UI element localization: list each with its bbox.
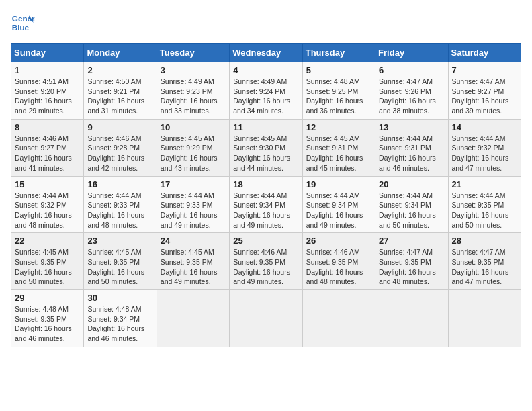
day-info: Sunrise: 4:45 AM Sunset: 9:31 PM Dayligh… bbox=[306, 134, 371, 173]
day-number: 26 bbox=[306, 236, 371, 246]
calendar-cell: 16 Sunrise: 4:44 AM Sunset: 9:33 PM Dayl… bbox=[84, 176, 157, 233]
calendar-header-row: SundayMondayTuesdayWednesdayThursdayFrid… bbox=[11, 44, 521, 62]
calendar-table: SundayMondayTuesdayWednesdayThursdayFrid… bbox=[11, 43, 521, 347]
calendar-cell: 10 Sunrise: 4:45 AM Sunset: 9:29 PM Dayl… bbox=[157, 119, 229, 176]
day-info: Sunrise: 4:47 AM Sunset: 9:27 PM Dayligh… bbox=[452, 77, 517, 116]
day-info: Sunrise: 4:47 AM Sunset: 9:35 PM Dayligh… bbox=[452, 247, 517, 287]
day-number: 3 bbox=[161, 65, 226, 75]
day-number: 8 bbox=[15, 122, 80, 132]
day-info: Sunrise: 4:47 AM Sunset: 9:26 PM Dayligh… bbox=[379, 77, 444, 116]
weekday-header: Tuesday bbox=[157, 44, 229, 62]
day-info: Sunrise: 4:44 AM Sunset: 9:35 PM Dayligh… bbox=[452, 191, 517, 230]
calendar-cell: 27 Sunrise: 4:47 AM Sunset: 9:35 PM Dayl… bbox=[375, 233, 448, 290]
calendar-cell: 1 Sunrise: 4:51 AM Sunset: 9:20 PM Dayli… bbox=[11, 62, 84, 120]
day-info: Sunrise: 4:44 AM Sunset: 9:34 PM Dayligh… bbox=[379, 191, 444, 230]
day-number: 7 bbox=[452, 65, 517, 75]
calendar-cell: 14 Sunrise: 4:44 AM Sunset: 9:32 PM Dayl… bbox=[448, 119, 521, 176]
calendar-week-row: 22 Sunrise: 4:45 AM Sunset: 9:35 PM Dayl… bbox=[11, 233, 521, 290]
calendar-cell bbox=[157, 290, 229, 347]
day-number: 28 bbox=[452, 236, 517, 246]
weekday-header: Saturday bbox=[448, 44, 521, 62]
calendar-cell: 28 Sunrise: 4:47 AM Sunset: 9:35 PM Dayl… bbox=[448, 233, 521, 290]
day-info: Sunrise: 4:45 AM Sunset: 9:30 PM Dayligh… bbox=[233, 134, 298, 173]
day-number: 20 bbox=[379, 179, 444, 189]
calendar-cell: 12 Sunrise: 4:45 AM Sunset: 9:31 PM Dayl… bbox=[302, 119, 375, 176]
day-number: 18 bbox=[233, 179, 298, 189]
day-number: 1 bbox=[15, 65, 80, 75]
calendar-cell: 7 Sunrise: 4:47 AM Sunset: 9:27 PM Dayli… bbox=[448, 62, 521, 120]
day-info: Sunrise: 4:46 AM Sunset: 9:27 PM Dayligh… bbox=[15, 134, 80, 173]
day-number: 29 bbox=[15, 293, 80, 303]
day-number: 21 bbox=[452, 179, 517, 189]
calendar-cell: 13 Sunrise: 4:44 AM Sunset: 9:31 PM Dayl… bbox=[375, 119, 448, 176]
calendar-cell: 21 Sunrise: 4:44 AM Sunset: 9:35 PM Dayl… bbox=[448, 176, 521, 233]
day-number: 17 bbox=[161, 179, 226, 189]
day-info: Sunrise: 4:45 AM Sunset: 9:35 PM Dayligh… bbox=[161, 247, 226, 287]
day-info: Sunrise: 4:46 AM Sunset: 9:35 PM Dayligh… bbox=[233, 247, 298, 287]
page-header: General Blue bbox=[11, 11, 521, 35]
calendar-cell: 30 Sunrise: 4:48 AM Sunset: 9:34 PM Dayl… bbox=[84, 290, 157, 347]
day-number: 12 bbox=[306, 122, 371, 132]
calendar-week-row: 8 Sunrise: 4:46 AM Sunset: 9:27 PM Dayli… bbox=[11, 119, 521, 176]
day-info: Sunrise: 4:44 AM Sunset: 9:34 PM Dayligh… bbox=[233, 191, 298, 230]
svg-text:Blue: Blue bbox=[12, 23, 30, 32]
day-info: Sunrise: 4:48 AM Sunset: 9:34 PM Dayligh… bbox=[87, 304, 152, 344]
logo: General Blue bbox=[11, 11, 35, 35]
calendar-cell bbox=[302, 290, 375, 347]
day-number: 6 bbox=[379, 65, 444, 75]
calendar-cell: 20 Sunrise: 4:44 AM Sunset: 9:34 PM Dayl… bbox=[375, 176, 448, 233]
day-info: Sunrise: 4:44 AM Sunset: 9:32 PM Dayligh… bbox=[15, 191, 80, 230]
day-info: Sunrise: 4:47 AM Sunset: 9:35 PM Dayligh… bbox=[379, 247, 444, 287]
calendar-cell: 15 Sunrise: 4:44 AM Sunset: 9:32 PM Dayl… bbox=[11, 176, 84, 233]
weekday-header: Monday bbox=[84, 44, 157, 62]
calendar-cell bbox=[375, 290, 448, 347]
weekday-header: Sunday bbox=[11, 44, 84, 62]
calendar-cell: 22 Sunrise: 4:45 AM Sunset: 9:35 PM Dayl… bbox=[11, 233, 84, 290]
day-number: 9 bbox=[87, 122, 152, 132]
day-number: 15 bbox=[15, 179, 80, 189]
day-info: Sunrise: 4:48 AM Sunset: 9:25 PM Dayligh… bbox=[306, 77, 371, 116]
day-number: 30 bbox=[87, 293, 152, 303]
day-info: Sunrise: 4:49 AM Sunset: 9:23 PM Dayligh… bbox=[161, 77, 226, 116]
day-info: Sunrise: 4:44 AM Sunset: 9:32 PM Dayligh… bbox=[452, 134, 517, 173]
svg-text:General: General bbox=[12, 14, 35, 23]
day-info: Sunrise: 4:45 AM Sunset: 9:35 PM Dayligh… bbox=[87, 247, 152, 287]
calendar-cell: 19 Sunrise: 4:44 AM Sunset: 9:34 PM Dayl… bbox=[302, 176, 375, 233]
day-number: 25 bbox=[233, 236, 298, 246]
calendar-cell: 8 Sunrise: 4:46 AM Sunset: 9:27 PM Dayli… bbox=[11, 119, 84, 176]
calendar-cell: 17 Sunrise: 4:44 AM Sunset: 9:33 PM Dayl… bbox=[157, 176, 229, 233]
calendar-cell bbox=[448, 290, 521, 347]
day-info: Sunrise: 4:44 AM Sunset: 9:33 PM Dayligh… bbox=[161, 191, 226, 230]
calendar-cell: 24 Sunrise: 4:45 AM Sunset: 9:35 PM Dayl… bbox=[157, 233, 229, 290]
day-info: Sunrise: 4:44 AM Sunset: 9:31 PM Dayligh… bbox=[379, 134, 444, 173]
day-number: 4 bbox=[233, 65, 298, 75]
calendar-cell: 5 Sunrise: 4:48 AM Sunset: 9:25 PM Dayli… bbox=[302, 62, 375, 120]
weekday-header: Friday bbox=[375, 44, 448, 62]
day-info: Sunrise: 4:51 AM Sunset: 9:20 PM Dayligh… bbox=[15, 77, 80, 116]
day-info: Sunrise: 4:46 AM Sunset: 9:35 PM Dayligh… bbox=[306, 247, 371, 287]
day-number: 2 bbox=[87, 65, 152, 75]
weekday-header: Thursday bbox=[302, 44, 375, 62]
day-number: 16 bbox=[87, 179, 152, 189]
calendar-cell: 2 Sunrise: 4:50 AM Sunset: 9:21 PM Dayli… bbox=[84, 62, 157, 120]
day-info: Sunrise: 4:49 AM Sunset: 9:24 PM Dayligh… bbox=[233, 77, 298, 116]
day-number: 27 bbox=[379, 236, 444, 246]
day-number: 24 bbox=[161, 236, 226, 246]
day-number: 10 bbox=[161, 122, 226, 132]
day-number: 19 bbox=[306, 179, 371, 189]
calendar-week-row: 15 Sunrise: 4:44 AM Sunset: 9:32 PM Dayl… bbox=[11, 176, 521, 233]
calendar-cell: 25 Sunrise: 4:46 AM Sunset: 9:35 PM Dayl… bbox=[230, 233, 302, 290]
day-number: 5 bbox=[306, 65, 371, 75]
day-info: Sunrise: 4:46 AM Sunset: 9:28 PM Dayligh… bbox=[87, 134, 152, 173]
day-info: Sunrise: 4:45 AM Sunset: 9:35 PM Dayligh… bbox=[15, 247, 80, 287]
day-info: Sunrise: 4:45 AM Sunset: 9:29 PM Dayligh… bbox=[161, 134, 226, 173]
calendar-cell: 9 Sunrise: 4:46 AM Sunset: 9:28 PM Dayli… bbox=[84, 119, 157, 176]
calendar-cell: 23 Sunrise: 4:45 AM Sunset: 9:35 PM Dayl… bbox=[84, 233, 157, 290]
day-info: Sunrise: 4:44 AM Sunset: 9:33 PM Dayligh… bbox=[87, 191, 152, 230]
calendar-cell: 11 Sunrise: 4:45 AM Sunset: 9:30 PM Dayl… bbox=[230, 119, 302, 176]
day-number: 14 bbox=[452, 122, 517, 132]
day-info: Sunrise: 4:50 AM Sunset: 9:21 PM Dayligh… bbox=[87, 77, 152, 116]
day-info: Sunrise: 4:48 AM Sunset: 9:35 PM Dayligh… bbox=[15, 304, 80, 344]
calendar-cell: 4 Sunrise: 4:49 AM Sunset: 9:24 PM Dayli… bbox=[230, 62, 302, 120]
calendar-cell: 3 Sunrise: 4:49 AM Sunset: 9:23 PM Dayli… bbox=[157, 62, 229, 120]
